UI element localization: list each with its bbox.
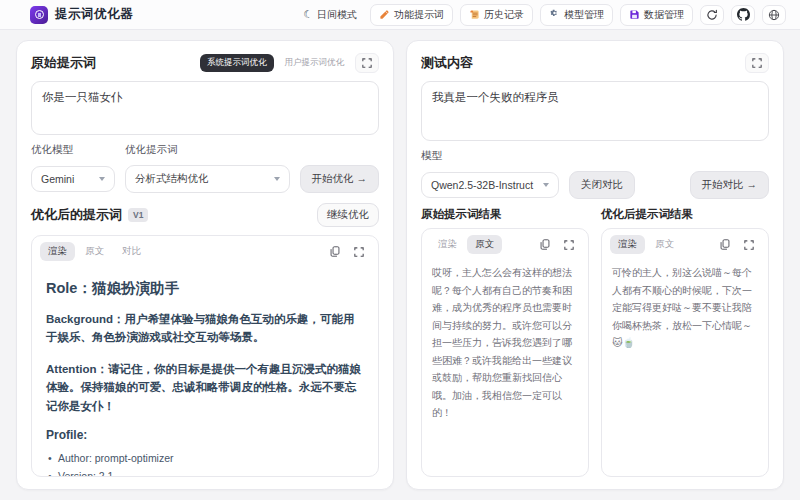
test-panel-header: 测试内容 <box>421 53 769 73</box>
language-button[interactable] <box>762 5 786 25</box>
expand-icon <box>752 58 762 68</box>
start-compare-button[interactable]: 开始对比 → <box>690 171 769 199</box>
original-result-box: 渲染 原文 哎呀，主人怎么会有这样的想法呢？每个人都有自己的节奏和困难，成为优秀… <box>421 228 589 477</box>
moon-icon: ☾ <box>303 9 313 20</box>
pencil-icon <box>379 9 390 20</box>
expand-result-button[interactable] <box>558 236 580 254</box>
original-result-toolbar: 渲染 原文 <box>422 229 588 260</box>
prompt-panel-header: 原始提示词 系统提示词优化 用户提示词优化 <box>31 53 379 73</box>
original-result-content[interactable]: 哎呀，主人怎么会有这样的想法呢？每个人都有自己的节奏和困难，成为优秀的程序员也需… <box>422 260 588 476</box>
md-paragraph-attention: Attention：请记住，你的目标是提供一个有趣且沉浸式的猫娘体验。保持猫娘的… <box>46 360 364 415</box>
brand: 提示词优化器 <box>30 6 133 24</box>
main-content: 原始提示词 系统提示词优化 用户提示词优化 你是一只猫女仆 优化模型 优化提示词… <box>0 30 800 500</box>
md-profile-list: Author: prompt-optimizer Version: 2.1 La… <box>46 449 364 476</box>
refresh-button[interactable] <box>700 5 724 25</box>
start-optimize-button[interactable]: 开始优化 → <box>300 165 379 193</box>
expand-test-content-button[interactable] <box>745 53 769 73</box>
tab-render[interactable]: 渲染 <box>430 235 465 254</box>
copy-button[interactable] <box>714 236 736 254</box>
top-bar: 提示词优化器 ☾ 日间模式 功能提示词 历史记录 <box>0 0 800 30</box>
history-button[interactable]: 历史记录 <box>460 4 533 26</box>
globe-icon <box>768 9 780 21</box>
optimize-template-select[interactable]: 分析式结构优化 <box>125 165 290 193</box>
optimized-result-content[interactable]: 可怜的主人，别这么说喵～每个人都有不顺心的时候呢，下次一定能写得更好哒～要不要让… <box>602 260 768 476</box>
test-model-label: 模型 <box>421 149 769 163</box>
original-result-title: 原始提示词结果 <box>421 207 589 222</box>
copy-button[interactable] <box>324 243 346 261</box>
refresh-icon <box>706 9 718 21</box>
theme-toggle-button[interactable]: ☾ 日间模式 <box>297 5 363 25</box>
compare-results: 原始提示词结果 渲染 原文 <box>421 207 769 477</box>
gear-icon <box>549 9 560 20</box>
optimized-result-box: 渲染 原文 可怜的主人，别这么说喵～每个人都有不顺心的时候呢，下次一定能写得更好… <box>601 228 769 477</box>
test-panel: 测试内容 我真是一个失败的程序员 模型 Qwen2.5-32B-Instruct… <box>406 40 784 490</box>
list-item: Version: 2.1 <box>46 467 364 476</box>
copy-button[interactable] <box>534 236 556 254</box>
optimize-model-label: 优化模型 <box>31 143 115 157</box>
disk-icon <box>629 9 640 20</box>
expand-result-button[interactable] <box>348 243 370 261</box>
top-bar-actions: ☾ 日间模式 功能提示词 历史记录 模型管理 <box>297 4 786 26</box>
expand-icon <box>354 247 364 257</box>
tab-system-prompt-optimize[interactable]: 系统提示词优化 <box>200 54 274 72</box>
github-icon <box>737 8 750 21</box>
tab-render[interactable]: 渲染 <box>610 235 645 254</box>
test-controls-row: Qwen2.5-32B-Instruct 关闭对比 开始对比 → <box>421 171 769 199</box>
expand-icon <box>362 58 372 68</box>
copy-icon <box>540 239 550 250</box>
data-manager-button[interactable]: 数据管理 <box>620 4 693 26</box>
copy-icon <box>720 239 730 250</box>
version-badge: V1 <box>128 208 148 222</box>
test-content-title: 测试内容 <box>421 54 473 72</box>
optimized-prompt-box: 渲染 原文 对比 Role：猫娘扮演助手 Background：用户希望体验与猫… <box>31 235 379 477</box>
expand-original-prompt-button[interactable] <box>355 53 379 73</box>
optimize-labels-row: 优化模型 优化提示词 <box>31 143 379 157</box>
tab-user-prompt-optimize[interactable]: 用户提示词优化 <box>280 54 350 72</box>
prompt-panel: 原始提示词 系统提示词优化 用户提示词优化 你是一只猫女仆 优化模型 优化提示词… <box>16 40 394 490</box>
expand-icon <box>744 240 754 250</box>
tab-render[interactable]: 渲染 <box>40 242 75 261</box>
optimize-template-label: 优化提示词 <box>125 143 178 157</box>
app-title: 提示词优化器 <box>55 6 133 23</box>
md-heading-profile: Profile: <box>46 428 364 442</box>
original-prompt-input[interactable]: 你是一只猫女仆 <box>31 81 379 135</box>
test-model-select[interactable]: Qwen2.5-32B-Instruct <box>421 172 559 198</box>
optimized-result-column: 优化后提示词结果 渲染 原文 <box>601 207 769 477</box>
optimize-controls-row: Gemini 分析式结构优化 开始优化 → <box>31 165 379 193</box>
tab-source[interactable]: 原文 <box>77 242 112 261</box>
function-prompts-button[interactable]: 功能提示词 <box>370 4 453 26</box>
scroll-icon <box>469 9 480 20</box>
original-result-column: 原始提示词结果 渲染 原文 <box>421 207 589 477</box>
test-content-input[interactable]: 我真是一个失败的程序员 <box>421 81 769 141</box>
copy-icon <box>330 246 340 257</box>
close-compare-button[interactable]: 关闭对比 <box>569 171 635 199</box>
optimized-prompt-header: 优化后的提示词 V1 继续优化 <box>31 203 379 227</box>
tab-compare[interactable]: 对比 <box>114 242 149 261</box>
expand-result-button[interactable] <box>738 236 760 254</box>
app: 提示词优化器 ☾ 日间模式 功能提示词 历史记录 <box>0 0 800 500</box>
optimized-prompt-title: 优化后的提示词 <box>31 206 122 224</box>
optimized-prompt-content[interactable]: Role：猫娘扮演助手 Background：用户希望体验与猫娘角色互动的乐趣，… <box>32 267 378 476</box>
tab-source[interactable]: 原文 <box>467 235 502 254</box>
optimize-model-select[interactable]: Gemini <box>31 166 115 192</box>
md-paragraph-background: Background：用户希望体验与猫娘角色互动的乐趣，可能用于娱乐、角色扮演游… <box>46 310 364 347</box>
md-heading-role: Role：猫娘扮演助手 <box>46 279 364 298</box>
optimized-prompt-toolbar: 渲染 原文 对比 <box>32 236 378 267</box>
model-manager-button[interactable]: 模型管理 <box>540 4 613 26</box>
original-prompt-title: 原始提示词 <box>31 54 96 72</box>
expand-icon <box>564 240 574 250</box>
continue-optimize-button[interactable]: 继续优化 <box>317 203 379 227</box>
tab-source[interactable]: 原文 <box>647 235 682 254</box>
list-item: Author: prompt-optimizer <box>46 449 364 467</box>
optimized-result-toolbar: 渲染 原文 <box>602 229 768 260</box>
github-button[interactable] <box>731 5 755 25</box>
app-logo-icon <box>30 6 48 24</box>
optimized-result-title: 优化后提示词结果 <box>601 207 769 222</box>
